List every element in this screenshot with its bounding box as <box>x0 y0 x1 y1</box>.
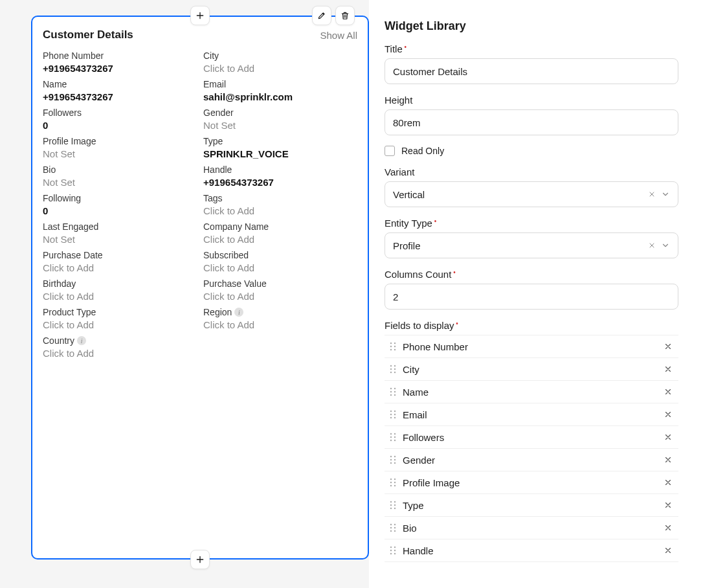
title-input[interactable] <box>385 58 678 84</box>
remove-field-button[interactable] <box>660 452 676 468</box>
detail-field-label: Tags <box>203 193 357 203</box>
svg-point-49 <box>394 524 396 525</box>
detail-field-value: Not Set <box>43 234 197 245</box>
svg-point-27 <box>394 436 396 438</box>
title-label: Title <box>385 43 678 54</box>
variant-select[interactable]: Vertical <box>385 181 678 207</box>
detail-field-value[interactable]: Click to Add <box>203 262 357 273</box>
field-list-item[interactable]: Gender <box>385 449 678 471</box>
field-list-item[interactable]: Bio <box>385 517 678 539</box>
svg-point-20 <box>390 414 392 415</box>
delete-widget-button[interactable] <box>335 6 355 25</box>
info-icon[interactable]: i <box>77 336 86 345</box>
widget-card-wrap: Customer Details Show All Phone Number+9… <box>31 16 369 560</box>
svg-point-2 <box>390 346 392 347</box>
svg-point-41 <box>394 485 396 486</box>
columns-input[interactable] <box>385 284 678 310</box>
field-list-item[interactable]: Name <box>385 381 678 403</box>
card-title: Customer Details <box>43 28 133 41</box>
read-only-checkbox[interactable] <box>385 146 395 156</box>
detail-field-value[interactable]: Click to Add <box>43 348 197 359</box>
svg-point-31 <box>394 456 396 457</box>
svg-point-25 <box>394 433 396 435</box>
detail-field-label: Last Engaged <box>43 221 197 232</box>
field-list-item[interactable]: Followers <box>385 426 678 449</box>
drag-handle-icon[interactable] <box>390 523 396 532</box>
detail-field-value[interactable]: Click to Add <box>203 234 357 245</box>
drag-handle-icon[interactable] <box>390 342 396 351</box>
trash-icon <box>340 11 350 20</box>
drag-handle-icon[interactable] <box>390 501 396 510</box>
drag-handle-icon[interactable] <box>390 410 396 419</box>
entity-type-select[interactable]: Profile <box>385 232 678 258</box>
detail-field-value: SPRINKLR_VOICE <box>203 148 357 159</box>
chevron-down-icon <box>661 190 670 199</box>
field-list-item[interactable]: Profile Image <box>385 471 678 494</box>
svg-point-11 <box>394 372 396 373</box>
detail-field-value[interactable]: Click to Add <box>203 291 357 302</box>
detail-field-value[interactable]: Click to Add <box>43 291 197 302</box>
edit-widget-button[interactable] <box>312 6 331 25</box>
detail-field-value[interactable]: Click to Add <box>203 205 357 216</box>
height-input[interactable] <box>385 109 678 135</box>
field-list-item[interactable]: City <box>385 358 678 381</box>
customer-details-card[interactable]: Customer Details Show All Phone Number+9… <box>31 16 369 560</box>
detail-field[interactable]: Product TypeClick to Add <box>43 307 197 330</box>
detail-field[interactable]: Purchase ValueClick to Add <box>203 278 357 302</box>
detail-field[interactable]: CityClick to Add <box>203 51 357 74</box>
detail-field-value[interactable]: Click to Add <box>203 63 357 74</box>
remove-field-button[interactable] <box>660 407 676 422</box>
svg-point-29 <box>394 440 396 441</box>
clear-icon[interactable] <box>648 242 656 249</box>
drag-handle-icon[interactable] <box>390 478 396 487</box>
field-list-item-label: City <box>403 364 419 375</box>
svg-point-15 <box>394 391 396 392</box>
remove-field-button[interactable] <box>660 475 676 490</box>
drag-handle-icon[interactable] <box>390 387 396 396</box>
svg-point-54 <box>390 547 392 548</box>
svg-point-0 <box>390 343 392 344</box>
drag-handle-icon[interactable] <box>390 546 396 555</box>
detail-field-value[interactable]: Click to Add <box>203 319 357 330</box>
remove-field-button[interactable] <box>660 520 676 536</box>
svg-point-59 <box>394 553 396 554</box>
field-list-item-label: Followers <box>403 432 444 443</box>
drag-handle-icon[interactable] <box>390 365 396 374</box>
detail-field[interactable]: Purchase DateClick to Add <box>43 250 197 273</box>
plus-icon <box>195 10 205 21</box>
detail-field-value: sahil@sprinklr.com <box>203 91 357 102</box>
detail-field-value[interactable]: Click to Add <box>43 319 197 330</box>
svg-point-56 <box>390 550 392 551</box>
svg-point-22 <box>390 417 392 418</box>
detail-field[interactable]: RegioniClick to Add <box>203 307 357 330</box>
detail-field-value[interactable]: Click to Add <box>43 262 197 273</box>
detail-field[interactable]: Company NameClick to Add <box>203 221 357 245</box>
field-list-item[interactable]: Handle <box>385 539 678 562</box>
drag-handle-icon[interactable] <box>390 433 396 442</box>
svg-point-39 <box>394 482 396 483</box>
add-widget-top-button[interactable] <box>190 6 210 25</box>
field-list-item[interactable]: Email <box>385 403 678 426</box>
info-icon[interactable]: i <box>234 308 243 317</box>
svg-point-55 <box>394 547 396 548</box>
field-list-item[interactable]: Phone Number <box>385 335 678 358</box>
detail-field[interactable]: TagsClick to Add <box>203 193 357 216</box>
detail-field[interactable]: CountryiClick to Add <box>43 335 197 359</box>
detail-field[interactable]: BirthdayClick to Add <box>43 278 197 302</box>
add-widget-bottom-button[interactable] <box>190 550 210 569</box>
remove-field-button[interactable] <box>660 429 676 445</box>
remove-field-button[interactable] <box>660 339 676 354</box>
remove-field-button[interactable] <box>660 497 676 513</box>
detail-field[interactable]: SubscribedClick to Add <box>203 250 357 273</box>
detail-field: Profile ImageNot Set <box>43 136 197 159</box>
field-list-item[interactable]: Type <box>385 494 678 517</box>
svg-point-12 <box>390 388 392 389</box>
remove-field-button[interactable] <box>660 543 676 558</box>
remove-field-button[interactable] <box>660 361 676 377</box>
svg-point-42 <box>390 501 392 503</box>
variant-label: Variant <box>385 166 678 177</box>
drag-handle-icon[interactable] <box>390 455 396 464</box>
show-all-link[interactable]: Show All <box>320 30 357 41</box>
remove-field-button[interactable] <box>660 384 676 400</box>
clear-icon[interactable] <box>648 190 656 198</box>
